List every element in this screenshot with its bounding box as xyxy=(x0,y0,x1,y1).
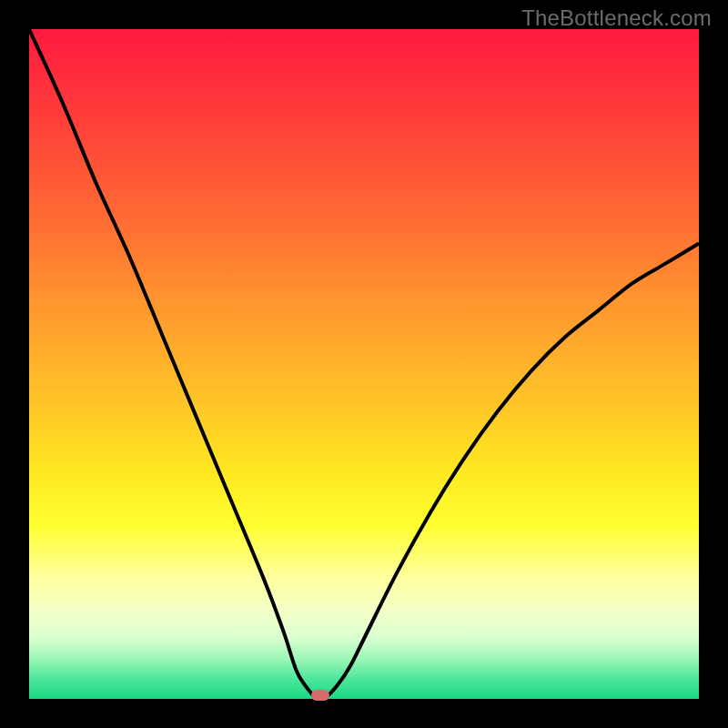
bottleneck-curve xyxy=(29,29,699,699)
minimum-marker xyxy=(311,690,329,701)
chart-frame: TheBottleneck.com xyxy=(0,0,728,728)
watermark-text: TheBottleneck.com xyxy=(521,5,712,31)
curve-path xyxy=(29,29,699,700)
plot-area xyxy=(29,29,699,699)
